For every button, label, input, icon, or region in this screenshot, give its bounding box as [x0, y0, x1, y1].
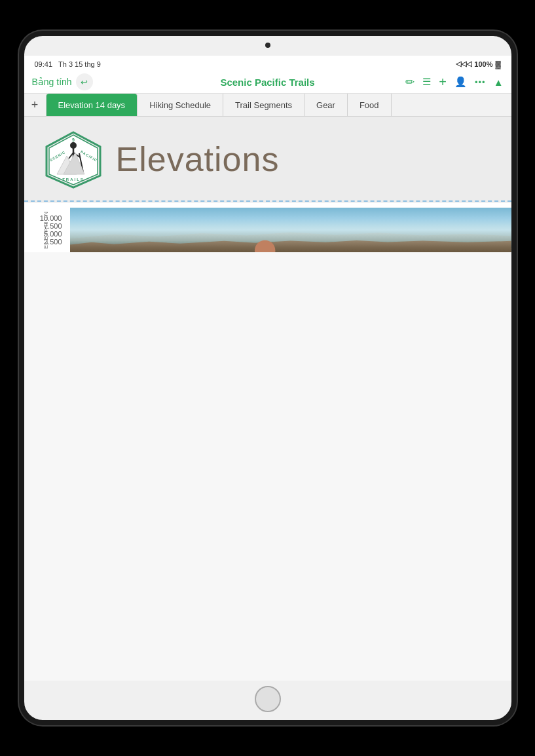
svg-point-16 [254, 240, 274, 252]
toolbar: Bảng tính ↩ Scenic Pacific Trails ✏ ☰ + … [24, 71, 511, 94]
tab-gear[interactable]: Gear [304, 94, 348, 116]
sheet-content: TRAILS SCENIC PACIFIC 9 Elevations ELEVA… [24, 117, 511, 681]
tab-trail-segments[interactable]: Trail Segments [223, 94, 304, 116]
sheet-tabs: + Elevation 14 days Hiking Schedule Trai… [24, 94, 511, 117]
sheet-header: TRAILS SCENIC PACIFIC 9 Elevations [24, 117, 511, 202]
svg-text:9: 9 [72, 138, 75, 142]
chart-section: ELEVATION 10.000 7.500 5.000 2.500 [24, 202, 511, 252]
screen: 09:41 Th 3 15 thg 9 ◁◁◁ 100% ▓ Bảng tính… [24, 56, 511, 681]
y-axis-label: ELEVATION [43, 211, 49, 249]
toolbar-left: Bảng tính ↩ [32, 73, 186, 90]
svg-point-3 [70, 142, 77, 149]
tab-food[interactable]: Food [348, 94, 392, 116]
tab-elevation[interactable]: Elevation 14 days [46, 94, 138, 116]
status-right: ◁◁◁ 100% ▓ [456, 60, 500, 68]
collaborate-icon[interactable]: 👤 [454, 76, 467, 88]
pencil-icon[interactable]: ✏ [405, 75, 415, 89]
chart-main [70, 208, 511, 252]
add-icon[interactable]: + [439, 75, 447, 90]
dashed-separator [24, 200, 511, 202]
sheet-title: Elevations [116, 140, 280, 179]
time: 09:41 [35, 60, 53, 68]
logo-badge: TRAILS SCENIC PACIFIC 9 [44, 130, 103, 189]
battery-label: 100% [474, 60, 492, 68]
share-icon[interactable]: ▲ [494, 77, 504, 88]
wifi-icon: ◁◁◁ [456, 60, 471, 68]
camera-dot [265, 43, 270, 48]
home-button[interactable] [255, 686, 281, 712]
battery-icon: ▓ [495, 60, 500, 68]
undo-button[interactable]: ↩ [76, 73, 93, 90]
add-sheet-button[interactable]: + [24, 94, 46, 116]
mountain-scene [70, 208, 511, 252]
date: Th 3 15 thg 9 [58, 60, 101, 68]
status-bar: 09:41 Th 3 15 thg 9 ◁◁◁ 100% ▓ [24, 56, 511, 71]
more-icon[interactable]: ••• [475, 77, 486, 87]
format-icon[interactable]: ☰ [422, 76, 431, 88]
y-axis: ELEVATION 10.000 7.500 5.000 2.500 [24, 208, 70, 252]
status-time-date: 09:41 Th 3 15 thg 9 [35, 60, 101, 68]
toolbar-right: ✏ ☰ + 👤 ••• ▲ [350, 75, 504, 90]
ipad-frame: 09:41 Th 3 15 thg 9 ◁◁◁ 100% ▓ Bảng tính… [19, 31, 517, 725]
document-title: Scenic Pacific Trails [191, 77, 344, 88]
hiker-svg [70, 208, 511, 252]
back-button[interactable]: Bảng tính [32, 77, 72, 87]
svg-text:TRAILS: TRAILS [62, 178, 84, 181]
chart-image[interactable] [70, 208, 511, 252]
tab-hiking-schedule[interactable]: Hiking Schedule [138, 94, 223, 116]
